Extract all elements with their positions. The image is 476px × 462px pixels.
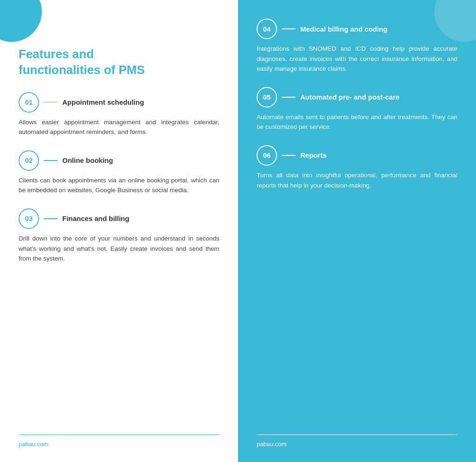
feature-desc-01: Allows easier appointment management and… [19,117,219,137]
title-line1: Features and [19,47,94,61]
left-footer-url: pabau.com [19,441,48,448]
right-panel: 04 Medical billing and coding Integratio… [238,0,476,462]
feature-title-04: Medical billing and coding [300,25,388,33]
right-footer-url: pabau.com [257,441,286,448]
feature-title-01: Appointment scheduling [62,98,144,106]
feature-header-04: 04 Medical billing and coding [257,19,457,39]
deco-circle-left [0,0,42,42]
feature-line-02 [44,160,58,161]
feature-desc-03: Drill down into the core of your numbers… [19,234,219,264]
feature-number-06: 06 [257,145,277,166]
feature-number-03: 03 [19,208,39,229]
feature-number-04: 04 [257,19,277,39]
left-features-list: 01 Appointment scheduling Allows easier … [19,92,219,435]
feature-number-02: 02 [19,150,39,171]
feature-line-06 [282,155,296,156]
feature-item-06: 06 Reports Turns all data into insightfu… [257,145,457,190]
feature-line-01 [44,102,58,103]
feature-line-04 [282,28,296,29]
feature-header-01: 01 Appointment scheduling [19,92,219,113]
title-line2: functionalities of PMS [19,63,145,77]
feature-line-03 [44,218,58,219]
left-panel: Features and functionalities of PMS 01 A… [0,0,238,462]
page-title: Features and functionalities of PMS [19,47,219,78]
feature-item-01: 01 Appointment scheduling Allows easier … [19,92,219,137]
feature-desc-05: Automate emails sent to patients before … [257,112,457,132]
feature-desc-02: Clients can book appointments via an onl… [19,175,219,195]
feature-header-05: 05 Automated pre- and post-care [257,87,457,107]
right-footer: pabau.com [257,435,457,448]
feature-item-04: 04 Medical billing and coding Integratio… [257,19,457,74]
feature-line-05 [282,97,296,98]
feature-header-06: 06 Reports [257,145,457,166]
feature-desc-04: Integrations with SNOMED and ICD coding … [257,44,457,74]
feature-desc-06: Turns all data into insightful operation… [257,170,457,190]
feature-number-05: 05 [257,87,277,107]
feature-header-02: 02 Online booking [19,150,219,171]
feature-item-05: 05 Automated pre- and post-care Automate… [257,87,457,132]
left-footer: pabau.com [19,435,219,448]
feature-title-02: Online booking [62,156,113,164]
feature-item-02: 02 Online booking Clients can book appoi… [19,150,219,195]
feature-item-03: 03 Finances and billing Drill down into … [19,208,219,264]
feature-header-03: 03 Finances and billing [19,208,219,229]
feature-title-06: Reports [300,151,327,159]
feature-title-03: Finances and billing [62,214,129,222]
feature-title-05: Automated pre- and post-care [300,93,399,101]
feature-number-01: 01 [19,92,39,113]
right-features-list: 04 Medical billing and coding Integratio… [257,19,457,435]
